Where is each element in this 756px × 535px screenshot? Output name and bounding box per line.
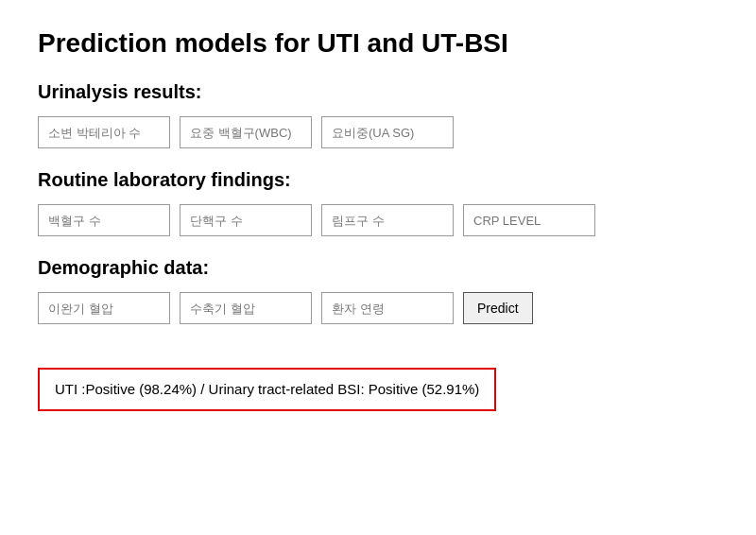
diastolic-bp-input[interactable] — [38, 292, 170, 324]
result-text: UTI :Positive (98.24%) / Urinary tract-r… — [55, 381, 479, 397]
urinalysis-heading: Urinalysis results: — [38, 81, 718, 103]
page-title: Prediction models for UTI and UT-BSI — [38, 28, 718, 59]
bacteria-count-input[interactable] — [38, 116, 170, 148]
demographic-input-row: Predict — [38, 292, 718, 324]
routine-heading: Routine laboratory findings: — [38, 169, 718, 191]
wbc-input[interactable] — [180, 116, 312, 148]
demographic-section: Demographic data: Predict — [38, 257, 718, 324]
crp-level-input[interactable] — [463, 204, 595, 236]
demographic-heading: Demographic data: — [38, 257, 718, 279]
predict-button[interactable]: Predict — [463, 292, 533, 324]
patient-age-input[interactable] — [321, 292, 454, 324]
wbc-count-input[interactable] — [38, 204, 170, 236]
lymphocyte-input[interactable] — [321, 204, 454, 236]
result-box: UTI :Positive (98.24%) / Urinary tract-r… — [38, 368, 496, 411]
urinalysis-section: Urinalysis results: — [38, 81, 718, 148]
urinalysis-input-row — [38, 116, 718, 148]
routine-section: Routine laboratory findings: — [38, 169, 718, 236]
systolic-bp-input[interactable] — [180, 292, 312, 324]
ua-sg-input[interactable] — [321, 116, 454, 148]
monocyte-input[interactable] — [180, 204, 312, 236]
routine-input-row — [38, 204, 718, 236]
